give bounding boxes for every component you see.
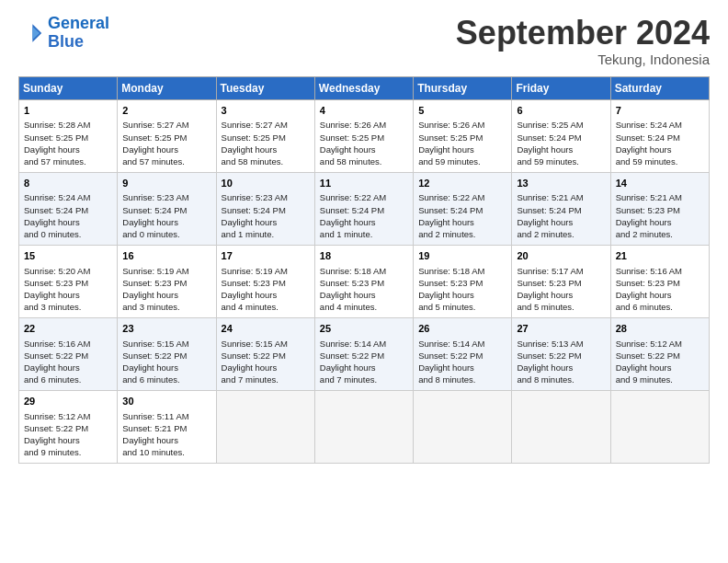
- col-header-wednesday: Wednesday: [314, 76, 413, 99]
- day-number: 1: [24, 104, 112, 118]
- col-header-thursday: Thursday: [414, 76, 512, 99]
- calendar-cell: 2 Sunrise: 5:27 AM Sunset: 5:25 PM Dayli…: [118, 99, 216, 172]
- day-info: Sunrise: 5:27 AM Sunset: 5:25 PM Dayligh…: [122, 119, 210, 167]
- day-number: 24: [222, 322, 310, 336]
- calendar-cell: 15 Sunrise: 5:20 AM Sunset: 5:23 PM Dayl…: [19, 245, 118, 317]
- day-number: 9: [122, 177, 210, 190]
- day-number: 14: [616, 177, 704, 190]
- day-number: 10: [222, 177, 310, 190]
- calendar-cell: 10 Sunrise: 5:23 AM Sunset: 5:24 PM Dayl…: [216, 172, 314, 245]
- day-info: Sunrise: 5:24 AM Sunset: 5:24 PM Dayligh…: [24, 191, 112, 240]
- logo-icon: [18, 20, 44, 46]
- day-number: 3: [222, 104, 310, 118]
- calendar-cell: 4 Sunrise: 5:26 AM Sunset: 5:25 PM Dayli…: [314, 99, 413, 172]
- day-number: 27: [517, 322, 605, 336]
- day-number: 4: [320, 104, 408, 118]
- day-info: Sunrise: 5:23 AM Sunset: 5:24 PM Dayligh…: [222, 191, 310, 240]
- day-number: 13: [517, 177, 605, 190]
- calendar-cell: 24 Sunrise: 5:15 AM Sunset: 5:22 PM Dayl…: [216, 317, 314, 390]
- calendar-cell: [512, 390, 610, 463]
- calendar-cell: [314, 390, 413, 463]
- calendar-cell: 16 Sunrise: 5:19 AM Sunset: 5:23 PM Dayl…: [118, 245, 216, 317]
- calendar-cell: 22 Sunrise: 5:16 AM Sunset: 5:22 PM Dayl…: [19, 317, 118, 390]
- calendar-cell: 5 Sunrise: 5:26 AM Sunset: 5:25 PM Dayli…: [414, 99, 512, 172]
- day-number: 25: [320, 322, 408, 336]
- calendar-cell: 21 Sunrise: 5:16 AM Sunset: 5:23 PM Dayl…: [610, 245, 709, 317]
- day-info: Sunrise: 5:19 AM Sunset: 5:23 PM Dayligh…: [222, 265, 310, 314]
- col-header-sunday: Sunday: [19, 76, 118, 99]
- day-info: Sunrise: 5:16 AM Sunset: 5:23 PM Dayligh…: [616, 265, 704, 314]
- calendar-cell: [414, 390, 512, 463]
- calendar-cell: 13 Sunrise: 5:21 AM Sunset: 5:24 PM Dayl…: [512, 172, 610, 245]
- col-header-tuesday: Tuesday: [216, 76, 314, 99]
- day-number: 12: [418, 177, 506, 190]
- day-info: Sunrise: 5:12 AM Sunset: 5:22 PM Dayligh…: [24, 410, 112, 459]
- calendar-cell: 1 Sunrise: 5:28 AM Sunset: 5:25 PM Dayli…: [19, 99, 118, 172]
- calendar-cell: 17 Sunrise: 5:19 AM Sunset: 5:23 PM Dayl…: [216, 245, 314, 317]
- calendar-cell: 27 Sunrise: 5:13 AM Sunset: 5:22 PM Dayl…: [512, 317, 610, 390]
- title-block: September 2024 Tekung, Indonesia: [456, 15, 710, 67]
- calendar-cell: 7 Sunrise: 5:24 AM Sunset: 5:24 PM Dayli…: [610, 99, 709, 172]
- day-info: Sunrise: 5:23 AM Sunset: 5:24 PM Dayligh…: [122, 191, 210, 240]
- calendar-cell: 20 Sunrise: 5:17 AM Sunset: 5:23 PM Dayl…: [512, 245, 610, 317]
- day-number: 8: [24, 177, 112, 190]
- day-info: Sunrise: 5:16 AM Sunset: 5:22 PM Dayligh…: [24, 338, 112, 386]
- day-number: 15: [24, 249, 112, 263]
- calendar-cell: 19 Sunrise: 5:18 AM Sunset: 5:23 PM Dayl…: [414, 245, 512, 317]
- day-info: Sunrise: 5:13 AM Sunset: 5:22 PM Dayligh…: [517, 338, 605, 386]
- day-number: 21: [616, 249, 704, 263]
- calendar-cell: 6 Sunrise: 5:25 AM Sunset: 5:24 PM Dayli…: [512, 99, 610, 172]
- day-info: Sunrise: 5:22 AM Sunset: 5:24 PM Dayligh…: [418, 191, 506, 240]
- calendar-cell: [610, 390, 709, 463]
- day-number: 19: [418, 249, 506, 263]
- day-info: Sunrise: 5:24 AM Sunset: 5:24 PM Dayligh…: [616, 119, 704, 167]
- day-info: Sunrise: 5:25 AM Sunset: 5:24 PM Dayligh…: [517, 119, 605, 167]
- day-info: Sunrise: 5:21 AM Sunset: 5:24 PM Dayligh…: [517, 191, 605, 240]
- day-number: 20: [517, 249, 605, 263]
- calendar-cell: 8 Sunrise: 5:24 AM Sunset: 5:24 PM Dayli…: [19, 172, 118, 245]
- day-number: 26: [418, 322, 506, 336]
- day-info: Sunrise: 5:15 AM Sunset: 5:22 PM Dayligh…: [222, 338, 310, 386]
- month-title: September 2024: [456, 15, 710, 52]
- day-info: Sunrise: 5:27 AM Sunset: 5:25 PM Dayligh…: [222, 119, 310, 167]
- calendar-cell: 18 Sunrise: 5:18 AM Sunset: 5:23 PM Dayl…: [314, 245, 413, 317]
- day-number: 5: [418, 104, 506, 118]
- day-number: 6: [517, 104, 605, 118]
- day-info: Sunrise: 5:26 AM Sunset: 5:25 PM Dayligh…: [418, 119, 506, 167]
- calendar-cell: 14 Sunrise: 5:21 AM Sunset: 5:23 PM Dayl…: [610, 172, 709, 245]
- day-number: 23: [122, 322, 210, 336]
- day-number: 11: [320, 177, 408, 190]
- logo-text: General Blue: [48, 15, 109, 52]
- day-info: Sunrise: 5:14 AM Sunset: 5:22 PM Dayligh…: [320, 338, 408, 386]
- day-info: Sunrise: 5:28 AM Sunset: 5:25 PM Dayligh…: [24, 119, 112, 167]
- day-info: Sunrise: 5:22 AM Sunset: 5:24 PM Dayligh…: [320, 191, 408, 240]
- day-number: 30: [122, 395, 210, 408]
- day-info: Sunrise: 5:15 AM Sunset: 5:22 PM Dayligh…: [122, 338, 210, 386]
- calendar-cell: 9 Sunrise: 5:23 AM Sunset: 5:24 PM Dayli…: [118, 172, 216, 245]
- calendar-cell: 11 Sunrise: 5:22 AM Sunset: 5:24 PM Dayl…: [314, 172, 413, 245]
- day-info: Sunrise: 5:19 AM Sunset: 5:23 PM Dayligh…: [122, 265, 210, 314]
- day-info: Sunrise: 5:11 AM Sunset: 5:21 PM Dayligh…: [122, 410, 210, 459]
- calendar-cell: 29 Sunrise: 5:12 AM Sunset: 5:22 PM Dayl…: [19, 390, 118, 463]
- calendar-cell: 23 Sunrise: 5:15 AM Sunset: 5:22 PM Dayl…: [118, 317, 216, 390]
- calendar-cell: 3 Sunrise: 5:27 AM Sunset: 5:25 PM Dayli…: [216, 99, 314, 172]
- day-info: Sunrise: 5:14 AM Sunset: 5:22 PM Dayligh…: [418, 338, 506, 386]
- header: General Blue September 2024 Tekung, Indo…: [18, 15, 710, 67]
- day-info: Sunrise: 5:17 AM Sunset: 5:23 PM Dayligh…: [517, 265, 605, 314]
- day-info: Sunrise: 5:20 AM Sunset: 5:23 PM Dayligh…: [24, 265, 112, 314]
- location-subtitle: Tekung, Indonesia: [456, 52, 710, 67]
- day-number: 28: [616, 322, 704, 336]
- day-number: 17: [222, 249, 310, 263]
- day-number: 18: [320, 249, 408, 263]
- day-info: Sunrise: 5:26 AM Sunset: 5:25 PM Dayligh…: [320, 119, 408, 167]
- calendar-cell: 30 Sunrise: 5:11 AM Sunset: 5:21 PM Dayl…: [118, 390, 216, 463]
- day-number: 2: [122, 104, 210, 118]
- day-number: 7: [616, 104, 704, 118]
- page: General Blue September 2024 Tekung, Indo…: [0, 0, 728, 563]
- calendar-cell: 28 Sunrise: 5:12 AM Sunset: 5:22 PM Dayl…: [610, 317, 709, 390]
- col-header-saturday: Saturday: [610, 76, 709, 99]
- calendar-cell: [216, 390, 314, 463]
- day-info: Sunrise: 5:12 AM Sunset: 5:22 PM Dayligh…: [616, 338, 704, 386]
- calendar-cell: 26 Sunrise: 5:14 AM Sunset: 5:22 PM Dayl…: [414, 317, 512, 390]
- day-info: Sunrise: 5:18 AM Sunset: 5:23 PM Dayligh…: [418, 265, 506, 314]
